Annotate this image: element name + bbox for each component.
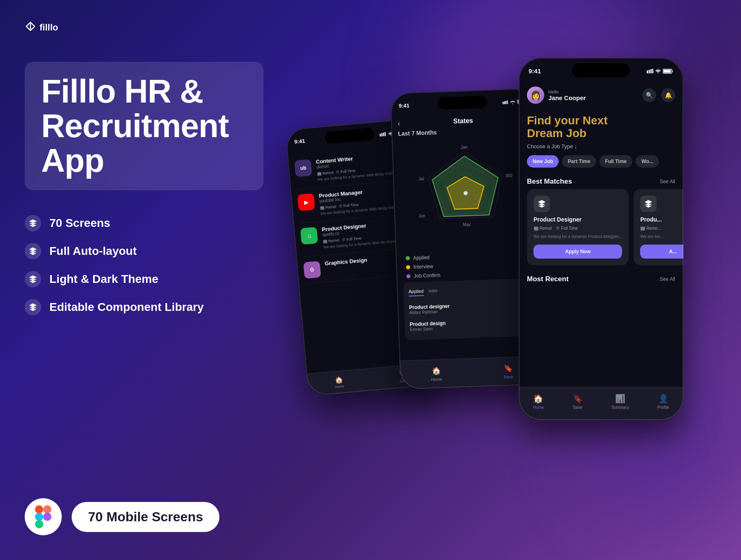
svg-text:Jun: Jun	[419, 214, 425, 219]
tab-home-right[interactable]: 🏠 Home	[533, 394, 544, 410]
tab-work[interactable]: Wo...	[636, 155, 659, 168]
tab-summary-right[interactable]: 📊 Summary	[611, 394, 629, 410]
feature-icon-screens	[25, 215, 41, 231]
user-name: Jane Cooper	[548, 94, 586, 101]
best-matches-header: Best Matches See All	[519, 172, 683, 189]
save-icon-right: 🔖	[573, 394, 583, 404]
most-recent-title: Most Recent	[527, 275, 569, 283]
brand-logo: filllo	[25, 21, 58, 35]
notification-icon-btn[interactable]: 🔔	[661, 88, 675, 102]
apply-now-button[interactable]: Apply Now	[534, 245, 622, 259]
tab-home-left[interactable]: 🏠 Home	[334, 376, 344, 389]
status-time-left: 9:41	[294, 138, 305, 145]
match-job-title-1: Produ...	[640, 216, 683, 223]
profile-label-right: Profile	[657, 405, 669, 410]
svg-rect-10	[384, 132, 386, 136]
job-tag-time-0: ⏱ Full Time	[336, 168, 356, 174]
right-avatar-section: 👩 Hello Jane Cooper	[527, 86, 586, 104]
svg-point-38	[657, 72, 658, 73]
phone-right: 9:41 👩 Hello Jane Cooper	[519, 58, 683, 420]
svg-rect-37	[652, 69, 654, 73]
svg-rect-41	[672, 70, 673, 72]
radar-svg: Jan 360 Jul Jun May	[410, 138, 521, 249]
legend-interview: Interview	[406, 260, 530, 271]
tab-new-job[interactable]: New Job	[527, 155, 559, 168]
states-header: ‹ States	[398, 115, 529, 127]
see-all-recent[interactable]: See All	[660, 276, 675, 282]
match-card-1: Produ... 🏢 Remo... We are loo... A...	[634, 189, 683, 265]
phone-right-tab-bar: 🏠 Home 🔖 Save 📊 Summary 👤 Profile	[519, 387, 683, 420]
match-job-title-0: Product Designer	[534, 216, 622, 223]
job-tag-remot-0: 🏢 Remot	[317, 170, 334, 176]
match-tag-time-0: ⏱ Full Time	[556, 226, 578, 231]
status-icons-right	[647, 69, 673, 74]
tab-full-time[interactable]: Full Time	[599, 155, 632, 168]
dream-title: Find your Next Dream Job	[527, 114, 675, 140]
feature-layout: Full Auto-layout	[25, 243, 263, 259]
applied-job-1: Product design Emran Saon	[410, 314, 531, 335]
feature-text-library: Editable Component Library	[49, 301, 204, 314]
feature-icon-library	[25, 299, 41, 315]
feature-theme: Light & Dark Theme	[25, 271, 263, 287]
tab-part-time[interactable]: Part Time	[562, 155, 596, 168]
screens-count-text: 70 Mobile Screens	[88, 509, 203, 524]
feature-screens: 70 Screens	[25, 215, 263, 231]
status-legend: Applied Interview Job Confirm	[402, 251, 534, 279]
home-label-mid: Home	[431, 377, 442, 382]
home-icon-mid: 🏠	[431, 366, 441, 376]
svg-rect-2	[35, 505, 43, 513]
feature-library: Editable Component Library	[25, 299, 263, 315]
screens-count-badge[interactable]: 70 Mobile Screens	[72, 502, 219, 532]
job-type-tabs: New Job Part Time Full Time Wo...	[527, 155, 675, 168]
match-tags-0: 🏢 Remot ⏱ Full Time	[534, 226, 622, 231]
legend-dot-confirm	[406, 274, 410, 278]
job-tag-remot-2: 🏢 Remot	[323, 238, 340, 244]
features-list: 70 Screens Full Auto-layout Light & Dark…	[25, 215, 263, 315]
tab-applied[interactable]: Applied	[408, 287, 424, 296]
match-desc-0: We are looking for a dynamic Product des…	[534, 234, 622, 240]
feature-text-theme: Light & Dark Theme	[49, 273, 158, 286]
svg-rect-35	[649, 70, 650, 74]
brand-name: filllo	[40, 22, 58, 33]
save-icon-mid: 🔖	[503, 364, 513, 373]
tab-inter[interactable]: Inter	[429, 287, 438, 296]
job-tag-remot-1: 🏢 Remot	[320, 204, 337, 210]
match-tag-remot-0: 🏢 Remot	[534, 226, 552, 231]
legend-text-confirm: Job Confirm	[414, 272, 440, 279]
search-icon-btn[interactable]: 🔍	[642, 88, 656, 102]
feature-icon-theme	[25, 271, 41, 287]
right-header: 👩 Hello Jane Cooper 🔍 🔔	[519, 82, 683, 108]
svg-text:360: 360	[506, 173, 513, 178]
applied-tabs: Applied Inter	[408, 283, 530, 296]
choose-type: Choose a Job Type ↓	[527, 143, 675, 149]
svg-rect-4	[43, 513, 51, 521]
feature-icon-layout	[25, 243, 41, 259]
tab-home-mid[interactable]: 🏠 Home	[431, 366, 442, 382]
user-info: Hello Jane Cooper	[548, 89, 586, 101]
legend-applied: Applied	[405, 251, 530, 261]
tab-profile-right[interactable]: 👤 Profile	[657, 394, 669, 410]
phones-container: 9:41 ub Content Writer ulo/net 🏢 Remot	[288, 33, 741, 527]
svg-rect-3	[43, 505, 51, 513]
phone-right-notch	[572, 63, 630, 77]
status-time-right: 9:41	[529, 68, 541, 75]
status-time-mid: 9:41	[398, 103, 410, 109]
match-desc-1: We are loo...	[640, 234, 683, 240]
svg-text:Jan: Jan	[461, 145, 467, 150]
see-all-best[interactable]: See All	[660, 179, 675, 184]
svg-rect-40	[664, 70, 671, 72]
back-arrow[interactable]: ‹	[398, 119, 401, 128]
job-logo-2: ♫	[300, 227, 318, 245]
hello-text: Hello	[548, 89, 586, 94]
legend-text-applied: Applied	[413, 254, 429, 261]
tab-save-right[interactable]: 🔖 Save	[573, 394, 583, 410]
match-tag-remot-1: 🏢 Remo...	[640, 226, 661, 231]
header-icons: 🔍 🔔	[642, 88, 675, 102]
apply-button-1[interactable]: A...	[640, 245, 683, 259]
summary-icon-right: 📊	[615, 394, 625, 404]
svg-rect-18	[507, 100, 508, 104]
svg-rect-8	[381, 133, 383, 136]
figma-badge[interactable]	[25, 498, 62, 535]
save-label-mid: Save	[504, 374, 513, 379]
tab-save-mid[interactable]: 🔖 Save	[503, 364, 513, 379]
